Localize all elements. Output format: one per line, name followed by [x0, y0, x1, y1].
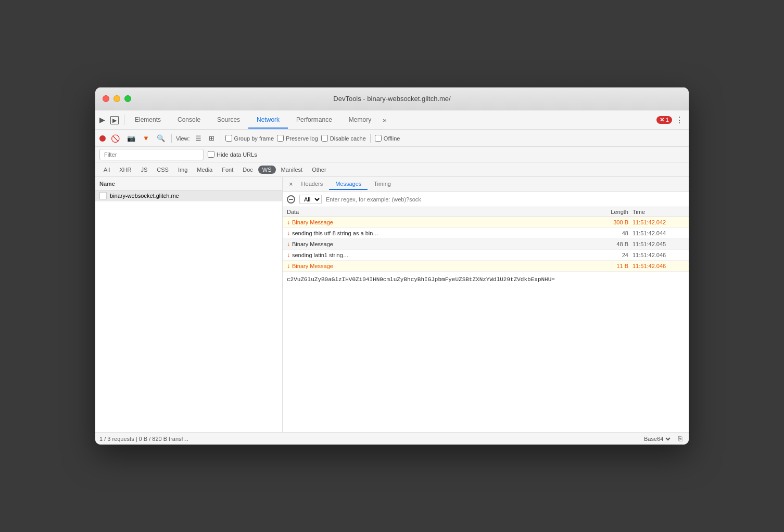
- col-header-data: Data: [287, 209, 591, 215]
- tab-network[interactable]: Network: [248, 112, 288, 129]
- capture-screenshot-button[interactable]: 📷: [125, 133, 137, 143]
- table-row[interactable]: ↓ Binary Message 300 B 11:51:42.042: [283, 217, 689, 228]
- titlebar: DevTools - binary-websocket.glitch.me/: [95, 87, 689, 110]
- preserve-log-checkbox[interactable]: [277, 135, 284, 142]
- error-x-icon: ✕: [660, 117, 664, 123]
- table-row[interactable]: ↓ sending this utf-8 string as a bin… 48…: [283, 228, 689, 239]
- devtools-menu-button[interactable]: ⋮: [672, 114, 687, 126]
- messages-regex-input[interactable]: [326, 196, 685, 202]
- cursor-tool-button[interactable]: ▶: [97, 113, 107, 126]
- tree-view-button[interactable]: ⊞: [207, 133, 217, 143]
- message-length: 24: [591, 252, 633, 258]
- arrow-down-icon: ↓: [287, 251, 290, 259]
- clear-log-button[interactable]: 🚫: [109, 133, 122, 144]
- recording-dot: [99, 135, 106, 142]
- group-by-frame-checkbox[interactable]: [225, 135, 232, 142]
- status-bar: 1 / 3 requests | 0 B / 820 B transf… Bas…: [95, 432, 689, 445]
- search-button[interactable]: 🔍: [155, 133, 167, 143]
- filter-manifest[interactable]: Manifest: [277, 166, 307, 174]
- no-entry-icon: [287, 195, 295, 204]
- filter-other[interactable]: Other: [308, 166, 331, 174]
- messages-type-select[interactable]: All: [299, 195, 322, 204]
- arrow-down-icon: ↓: [287, 240, 290, 248]
- main-content: Name binary-websocket.glitch.me × Header…: [95, 177, 689, 432]
- detail-panel: × Headers Messages Timing All: [283, 177, 689, 432]
- filter-types-bar: All XHR JS CSS Img Media Font Doc WS Man…: [95, 162, 689, 177]
- filter-icon: ▼: [143, 134, 149, 142]
- traffic-lights: [103, 95, 131, 102]
- messages-table: Data Length Time ↓ Binary Message 300 B …: [283, 207, 689, 432]
- requests-header: Name: [95, 177, 282, 191]
- tab-bar: ▶ ▶ Elements Console Sources Network Per…: [95, 110, 689, 130]
- decoded-content: c2VuZGluZyB0aGlzIHV0Zi04IHN0cmluZyBhcyBh…: [283, 272, 689, 287]
- device-toolbar-button[interactable]: ▶: [108, 113, 121, 126]
- message-length: 300 B: [591, 219, 633, 225]
- copy-button[interactable]: ⎘: [676, 434, 685, 443]
- list-view-icon: ☰: [195, 134, 201, 142]
- encoding-select[interactable]: Base64: [642, 435, 672, 442]
- arrow-down-icon: ↓: [287, 230, 290, 237]
- maximize-button[interactable]: [124, 95, 131, 102]
- table-row[interactable]: ↓ sending latin1 string… 24 11:51:42.046: [283, 250, 689, 261]
- message-length: 48: [591, 230, 633, 236]
- minimize-button[interactable]: [113, 95, 120, 102]
- close-button[interactable]: [103, 95, 109, 102]
- tab-elements[interactable]: Elements: [127, 112, 169, 129]
- error-count: 1: [666, 117, 669, 123]
- disable-cache-checkbox[interactable]: [321, 135, 328, 142]
- offline-label[interactable]: Offline: [375, 135, 400, 142]
- request-name: binary-websocket.glitch.me: [110, 193, 179, 199]
- table-row[interactable]: ↓ Binary Message 11 B 11:51:42.046: [283, 261, 689, 272]
- detail-close-button[interactable]: ×: [287, 179, 295, 189]
- table-row[interactable]: ↓ Binary Message 48 B 11:51:42.045: [283, 239, 689, 250]
- request-item[interactable]: binary-websocket.glitch.me: [95, 191, 282, 201]
- request-favicon: [99, 192, 107, 199]
- copy-icon: ⎘: [678, 435, 682, 442]
- message-data: Binary Message: [292, 219, 591, 225]
- message-time: 11:51:42.046: [633, 252, 685, 258]
- preserve-log-label[interactable]: Preserve log: [277, 135, 318, 142]
- arrow-down-icon: ↓: [287, 262, 290, 270]
- tab-memory[interactable]: Memory: [340, 112, 380, 129]
- filter-js[interactable]: JS: [136, 166, 151, 174]
- tab-sources[interactable]: Sources: [209, 112, 248, 129]
- search-icon: 🔍: [157, 134, 165, 142]
- error-badge[interactable]: ✕ 1: [656, 116, 672, 124]
- filter-xhr[interactable]: XHR: [115, 166, 135, 174]
- requests-info: 1 / 3 requests | 0 B / 820 B transf…: [99, 436, 189, 442]
- filter-button[interactable]: ▼: [141, 133, 151, 143]
- tab-performance[interactable]: Performance: [288, 112, 340, 129]
- camera-icon: 📷: [127, 134, 135, 142]
- filter-css[interactable]: CSS: [153, 166, 173, 174]
- group-by-frame-label[interactable]: Group by frame: [225, 135, 274, 142]
- filter-bar: Hide data URLs: [95, 147, 689, 162]
- message-length: 48 B: [591, 241, 633, 247]
- message-data: Binary Message: [292, 241, 591, 247]
- offline-checkbox[interactable]: [375, 135, 382, 142]
- filter-media[interactable]: Media: [193, 166, 217, 174]
- filter-font[interactable]: Font: [218, 166, 237, 174]
- filter-all[interactable]: All: [99, 166, 114, 174]
- list-view-button[interactable]: ☰: [193, 133, 204, 143]
- tab-headers[interactable]: Headers: [295, 179, 330, 190]
- toolbar-separator-2: [221, 134, 221, 143]
- filter-ws[interactable]: WS: [258, 166, 276, 174]
- message-data: Binary Message: [292, 263, 591, 269]
- message-time: 11:51:42.045: [633, 241, 685, 247]
- devtools-window: DevTools - binary-websocket.glitch.me/ ▶…: [95, 87, 689, 445]
- tab-timing[interactable]: Timing: [368, 179, 397, 190]
- hide-data-urls-checkbox[interactable]: [208, 151, 214, 158]
- filter-doc[interactable]: Doc: [238, 166, 257, 174]
- message-time: 11:51:42.042: [633, 219, 685, 225]
- col-header-time: Time: [633, 209, 685, 215]
- more-tabs-button[interactable]: »: [380, 114, 389, 126]
- disable-cache-label[interactable]: Disable cache: [321, 135, 366, 142]
- hide-data-urls-label[interactable]: Hide data URLs: [208, 151, 257, 158]
- tab-bar-left: ▶ ▶: [97, 113, 127, 126]
- tab-messages[interactable]: Messages: [329, 179, 368, 190]
- toolbar-separator-1: [171, 134, 172, 143]
- tab-console[interactable]: Console: [169, 112, 209, 129]
- filter-img[interactable]: Img: [174, 166, 192, 174]
- col-header-length: Length: [591, 209, 633, 215]
- filter-input[interactable]: [99, 149, 204, 160]
